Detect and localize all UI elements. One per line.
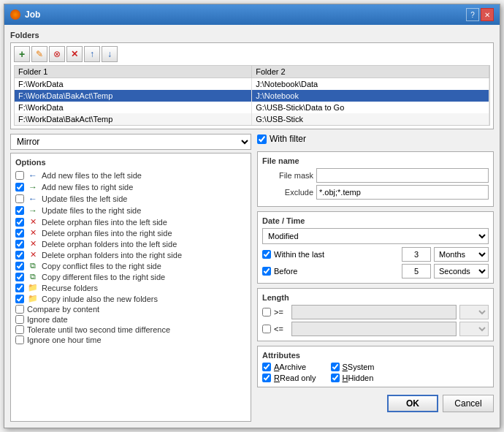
gte-input[interactable] [291, 305, 457, 319]
gte-unit-select[interactable] [459, 305, 489, 319]
folders-label: Folders [10, 31, 494, 39]
option-item: ✕Delete orphan files into the right side [15, 227, 246, 238]
folder2-cell: J:\Notebook [252, 90, 489, 102]
option-item: ←Update files the left side [15, 193, 246, 205]
folders-section: Folders + ✎ ⊗ ✕ ↑ ↓ Folder 1 Folder [10, 31, 494, 129]
option-checkbox-opt15[interactable] [15, 325, 24, 334]
option-checkbox-opt14[interactable] [15, 315, 24, 324]
cancel-button[interactable]: Cancel [443, 395, 494, 412]
exclude-label: Exclude [262, 188, 313, 197]
file-mask-input[interactable] [316, 168, 489, 183]
folder-table: Folder 1 Folder 2 F:\WorkDataJ:\Notebook… [15, 66, 489, 125]
folder1-cell: F:\WorkData\BakAct\Temp [15, 90, 252, 102]
option-checkbox-opt9[interactable] [15, 262, 24, 270]
folder1-cell: F:\WorkData\BakAct\Temp [15, 113, 252, 125]
ok-button[interactable]: OK [387, 395, 438, 412]
stop-button[interactable]: ⊗ [49, 46, 65, 62]
with-filter-checkbox[interactable] [257, 134, 267, 144]
option-icon: 📁 [27, 294, 39, 303]
gte-checkbox[interactable] [262, 308, 271, 317]
option-label: Delete orphan files into the left side [42, 218, 167, 227]
option-item: Ignore date [15, 314, 246, 325]
option-checkbox-opt6[interactable] [15, 229, 24, 238]
option-icon: ✕ [27, 250, 39, 259]
option-label: Update files to the right side [42, 206, 141, 215]
before-checkbox[interactable] [262, 267, 271, 276]
within-row: Within the last Months Days Hours Minute… [262, 247, 489, 262]
option-label: Ignore one hour time [27, 336, 102, 344]
readonly-label: RRead only [274, 374, 316, 382]
before-unit-select[interactable]: Months Days Hours Minutes Seconds [434, 264, 489, 278]
option-checkbox-opt11[interactable] [15, 284, 24, 292]
within-unit-select[interactable]: Months Days Hours Minutes Seconds [434, 247, 489, 262]
option-item: ✕Delete orphan folders into the right si… [15, 249, 246, 260]
folder-row[interactable]: F:\WorkDataJ:\Notebook\Data [15, 78, 489, 91]
exclude-input[interactable] [316, 185, 489, 200]
folder-row[interactable]: F:\WorkDataG:\USB-Stick\Data to Go [15, 102, 489, 113]
length-title: Length [262, 293, 489, 302]
lte-input[interactable] [291, 322, 457, 336]
folder-row[interactable]: F:\WorkData\BakAct\TempJ:\Notebook [15, 90, 489, 102]
right-panel: With filter File name File mask Exclude [257, 134, 494, 422]
option-checkbox-opt7[interactable] [15, 240, 24, 249]
move-up-button[interactable]: ↑ [84, 46, 100, 62]
folder2-cell: G:\USB-Stick\Data to Go [252, 102, 489, 113]
lte-label: <= [274, 325, 289, 333]
hidden-checkbox[interactable] [331, 374, 340, 382]
col2-header: Folder 2 [252, 66, 489, 78]
option-checkbox-opt4[interactable] [15, 206, 24, 215]
dialog: Job ? ✕ Folders + ✎ ⊗ ✕ ↑ ↓ [4, 4, 500, 428]
system-checkbox[interactable] [331, 363, 340, 371]
folder-row[interactable]: F:\WorkData\BakAct\TempG:\USB-Stick [15, 113, 489, 125]
move-down-button[interactable]: ↓ [102, 46, 118, 62]
option-label: Delete orphan folders into the right sid… [42, 251, 182, 259]
option-label: Recurse folders [42, 284, 98, 292]
option-item: →Add new files to right side [15, 181, 246, 193]
close-button[interactable]: ✕ [481, 8, 494, 21]
option-checkbox-opt8[interactable] [15, 251, 24, 259]
lte-checkbox[interactable] [262, 325, 271, 333]
file-mask-row: File mask [262, 168, 489, 183]
edit-folder-button[interactable]: ✎ [31, 46, 47, 62]
option-item: ⧉Copy different files to the right side [15, 271, 246, 282]
options-list: ←Add new files to the left side→Add new … [15, 170, 246, 345]
delete-folder-button[interactable]: ✕ [66, 46, 83, 62]
option-label: Update files the left side [42, 194, 127, 203]
attributes-section: Attributes AArchive RRead only [257, 346, 494, 387]
main-area: Mirror Backup Sync Options ←Add new file… [10, 134, 494, 422]
option-item: 📁Recurse folders [15, 282, 246, 293]
sync-mode-select[interactable]: Mirror Backup Sync [10, 134, 251, 150]
option-icon: → [27, 182, 39, 192]
option-checkbox-opt10[interactable] [15, 273, 24, 281]
help-button[interactable]: ? [466, 8, 479, 21]
option-item: ←Add new files to the left side [15, 170, 246, 181]
option-checkbox-opt5[interactable] [15, 218, 24, 227]
option-checkbox-opt3[interactable] [15, 194, 24, 203]
option-item: Ignore one hour time [15, 335, 246, 345]
option-checkbox-opt1[interactable] [15, 171, 24, 180]
option-checkbox-opt13[interactable] [15, 305, 24, 314]
option-checkbox-opt12[interactable] [15, 295, 24, 303]
option-label: Copy conflict files to the right side [42, 262, 161, 270]
option-checkbox-opt2[interactable] [15, 183, 24, 192]
option-item: Tolerate until two second time differenc… [15, 325, 246, 335]
attributes-title: Attributes [262, 351, 489, 360]
option-checkbox-opt16[interactable] [15, 336, 24, 344]
attr-col-left: AArchive RRead only [262, 363, 316, 382]
option-icon: ⧉ [27, 272, 39, 281]
within-value-input[interactable] [402, 247, 431, 262]
option-label: Compare by content [27, 305, 99, 314]
within-checkbox[interactable] [262, 250, 271, 259]
file-name-section: File name File mask Exclude [257, 151, 494, 207]
left-panel: Mirror Backup Sync Options ←Add new file… [10, 134, 251, 422]
archive-checkbox[interactable] [262, 363, 271, 371]
datetime-select[interactable]: Modified Created Accessed [262, 228, 489, 244]
option-label: Copy different files to the right side [42, 273, 165, 281]
col1-header: Folder 1 [15, 66, 252, 78]
readonly-checkbox[interactable] [262, 374, 271, 382]
option-item: ✕Delete orphan files into the left side [15, 216, 246, 227]
before-value-input[interactable] [402, 264, 431, 278]
add-folder-button[interactable]: + [14, 46, 30, 62]
lte-unit-select[interactable] [459, 322, 489, 336]
hidden-row: HHidden [331, 374, 375, 382]
